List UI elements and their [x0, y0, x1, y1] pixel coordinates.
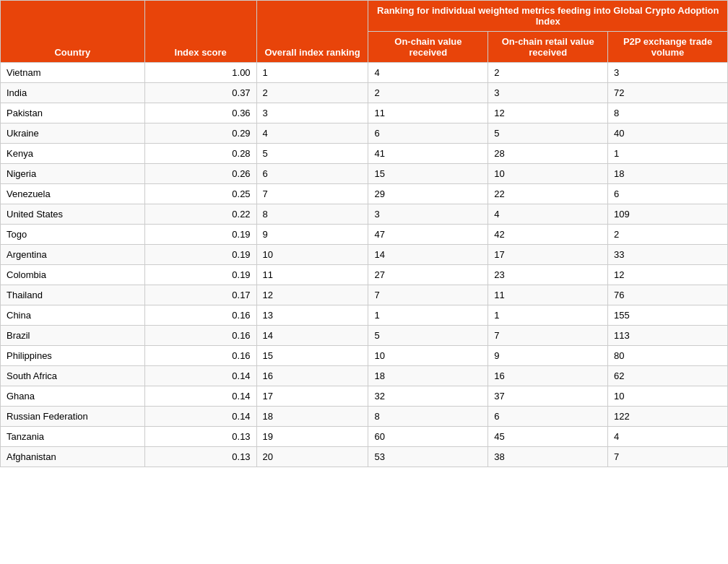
onchain-cell: 60: [368, 427, 488, 447]
country-cell: Kenya: [1, 144, 145, 164]
index-cell: 0.17: [144, 285, 256, 305]
country-cell: India: [1, 83, 145, 103]
retail-cell: 6: [488, 407, 608, 427]
country-cell: Thailand: [1, 285, 145, 305]
crypto-adoption-table: Country Index score Overall index rankin…: [0, 0, 728, 467]
onchain-cell: 3: [368, 204, 488, 225]
ranking-group-header: Ranking for individual weighted metrics …: [368, 1, 728, 32]
ranking-cell: 12: [256, 285, 368, 305]
table-row: Thailand0.171271176: [1, 285, 728, 305]
country-cell: Tanzania: [1, 427, 145, 447]
table-row: India0.3722372: [1, 83, 728, 103]
index-cell: 0.16: [144, 346, 256, 366]
table-row: Vietnam1.001423: [1, 63, 728, 83]
ranking-header: Overall index ranking: [256, 1, 368, 63]
index-cell: 0.16: [144, 305, 256, 326]
country-cell: Afghanistan: [1, 447, 145, 467]
ranking-cell: 1: [256, 63, 368, 83]
onchain-cell: 14: [368, 245, 488, 265]
onchain-cell: 5: [368, 326, 488, 346]
index-cell: 0.13: [144, 447, 256, 467]
onchain-cell: 53: [368, 447, 488, 467]
onchain-cell: 41: [368, 144, 488, 164]
p2p-cell: 6: [608, 184, 728, 204]
ranking-cell: 17: [256, 386, 368, 407]
retail-header: On-chain retail value received: [488, 32, 608, 63]
country-cell: South Africa: [1, 366, 145, 386]
index-header-label: Index score: [175, 47, 227, 58]
ranking-cell: 13: [256, 305, 368, 326]
onchain-cell: 10: [368, 346, 488, 366]
onchain-cell: 4: [368, 63, 488, 83]
p2p-cell: 76: [608, 285, 728, 305]
onchain-cell: 32: [368, 386, 488, 407]
index-cell: 1.00: [144, 63, 256, 83]
table-row: Brazil0.161457113: [1, 326, 728, 346]
table-row: Afghanistan0.132053387: [1, 447, 728, 467]
retail-cell: 28: [488, 144, 608, 164]
table-row: Venezuela0.25729226: [1, 184, 728, 204]
p2p-cell: 4: [608, 427, 728, 447]
onchain-cell: 7: [368, 285, 488, 305]
index-cell: 0.19: [144, 225, 256, 245]
index-cell: 0.16: [144, 326, 256, 346]
country-cell: Pakistan: [1, 103, 145, 123]
retail-cell: 16: [488, 366, 608, 386]
p2p-header-label: P2P exchange trade volume: [623, 36, 712, 58]
p2p-cell: 109: [608, 204, 728, 225]
retail-header-label: On-chain retail value received: [502, 36, 594, 58]
country-header: Country: [1, 1, 145, 63]
ranking-cell: 4: [256, 123, 368, 144]
ranking-cell: 10: [256, 245, 368, 265]
onchain-cell: 2: [368, 83, 488, 103]
country-cell: Colombia: [1, 265, 145, 285]
table-row: South Africa0.1416181662: [1, 366, 728, 386]
p2p-cell: 12: [608, 265, 728, 285]
country-cell: Ghana: [1, 386, 145, 407]
index-cell: 0.22: [144, 204, 256, 225]
onchain-cell: 15: [368, 164, 488, 184]
ranking-cell: 15: [256, 346, 368, 366]
country-header-label: Country: [54, 47, 90, 58]
p2p-cell: 3: [608, 63, 728, 83]
country-cell: Togo: [1, 225, 145, 245]
retail-cell: 45: [488, 427, 608, 447]
onchain-cell: 47: [368, 225, 488, 245]
country-cell: Argentina: [1, 245, 145, 265]
table-row: Ghana0.1417323710: [1, 386, 728, 407]
index-cell: 0.28: [144, 144, 256, 164]
country-cell: Vietnam: [1, 63, 145, 83]
retail-cell: 1: [488, 305, 608, 326]
ranking-cell: 20: [256, 447, 368, 467]
index-cell: 0.26: [144, 164, 256, 184]
index-cell: 0.29: [144, 123, 256, 144]
ranking-cell: 9: [256, 225, 368, 245]
country-cell: China: [1, 305, 145, 326]
p2p-header: P2P exchange trade volume: [608, 32, 728, 63]
table-row: Kenya0.28541281: [1, 144, 728, 164]
retail-cell: 17: [488, 245, 608, 265]
ranking-cell: 11: [256, 265, 368, 285]
table-row: Pakistan0.36311128: [1, 103, 728, 123]
retail-cell: 3: [488, 83, 608, 103]
retail-cell: 37: [488, 386, 608, 407]
table-row: Tanzania0.131960454: [1, 427, 728, 447]
index-cell: 0.13: [144, 427, 256, 447]
p2p-cell: 40: [608, 123, 728, 144]
retail-cell: 7: [488, 326, 608, 346]
index-cell: 0.14: [144, 407, 256, 427]
p2p-cell: 72: [608, 83, 728, 103]
onchain-cell: 1: [368, 305, 488, 326]
onchain-header: On-chain value received: [368, 32, 488, 63]
retail-cell: 11: [488, 285, 608, 305]
country-cell: United States: [1, 204, 145, 225]
index-cell: 0.37: [144, 83, 256, 103]
ranking-cell: 14: [256, 326, 368, 346]
table-row: Ukraine0.2946540: [1, 123, 728, 144]
table-row: Philippines0.161510980: [1, 346, 728, 366]
p2p-cell: 8: [608, 103, 728, 123]
ranking-group-label: Ranking for individual weighted metrics …: [377, 5, 719, 27]
p2p-cell: 18: [608, 164, 728, 184]
country-cell: Philippines: [1, 346, 145, 366]
table-row: United States0.22834109: [1, 204, 728, 225]
